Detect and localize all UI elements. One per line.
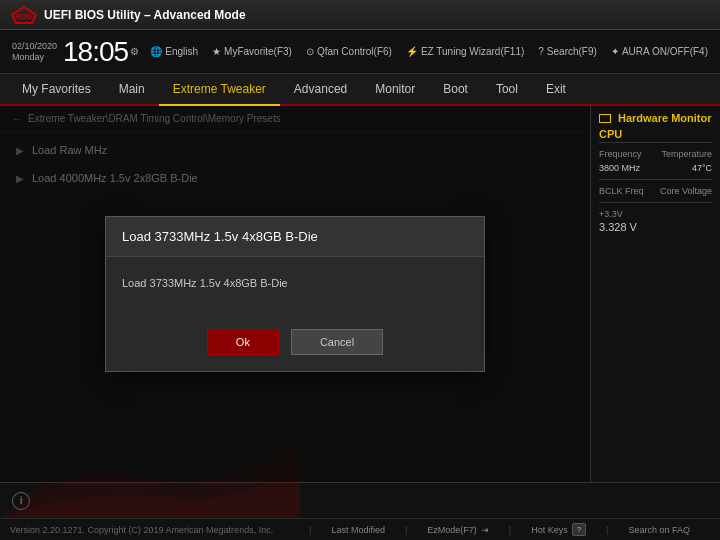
ezmode-icon: ⇥ — [481, 525, 489, 535]
nav-advanced[interactable]: Advanced — [280, 74, 361, 106]
last-modified-label: Last Modified — [331, 525, 385, 535]
search-faq-btn[interactable]: Search on FAQ — [628, 525, 690, 535]
language-selector[interactable]: 🌐 English — [150, 46, 198, 57]
bclk-core-labels-row: BCLK Freq Core Voltage — [599, 186, 712, 196]
time-display: 18:05 — [63, 38, 128, 66]
info-bar: i — [0, 482, 720, 518]
fan-icon: ⊙ — [306, 46, 314, 57]
language-label: English — [165, 46, 198, 57]
time-bar: 02/10/2020 Monday 18:05 ⚙ 🌐 English ★ My… — [0, 30, 720, 74]
star-icon: ★ — [212, 46, 221, 57]
hardware-monitor-panel: Hardware Monitor CPU Frequency Temperatu… — [590, 106, 720, 482]
main-nav: My Favorites Main Extreme Tweaker Advanc… — [0, 74, 720, 106]
frequency-value: 3800 MHz — [599, 163, 640, 173]
cpu-frequency-row: Frequency Temperature — [599, 149, 712, 159]
core-voltage-label: Core Voltage — [660, 186, 712, 196]
aura-btn[interactable]: ✦ AURA ON/OFF(F4) — [611, 46, 708, 57]
dialog-overlay: Load 3733MHz 1.5v 4x8GB B-Die Load 3733M… — [0, 106, 590, 482]
logo-area: ROG UEFI BIOS Utility – Advanced Mode — [10, 5, 246, 25]
search-icon: ? — [538, 46, 544, 57]
cpu-section-title: CPU — [599, 128, 712, 143]
nav-boot[interactable]: Boot — [429, 74, 482, 106]
nav-my-favorites[interactable]: My Favorites — [8, 74, 105, 106]
sidebar-divider-1 — [599, 179, 712, 180]
wand-icon: ⚡ — [406, 46, 418, 57]
ezmode-btn[interactable]: EzMode(F7) ⇥ — [427, 525, 489, 535]
nav-extreme-tweaker[interactable]: Extreme Tweaker — [159, 74, 280, 106]
main-panel: ← Extreme Tweaker\DRAM Timing Control\Me… — [0, 106, 590, 482]
search-label: Search(F9) — [547, 46, 597, 57]
settings-icon[interactable]: ⚙ — [130, 46, 139, 57]
ezmode-label: EzMode(F7) — [427, 525, 477, 535]
day-text: Monday — [12, 52, 57, 63]
header-bar: ROG UEFI BIOS Utility – Advanced Mode — [0, 0, 720, 30]
aura-label: AURA ON/OFF(F4) — [622, 46, 708, 57]
hardware-monitor-title: Hardware Monitor — [599, 112, 712, 124]
header-title: UEFI BIOS Utility – Advanced Mode — [44, 8, 246, 22]
ez-tuning-btn[interactable]: ⚡ EZ Tuning Wizard(F11) — [406, 46, 524, 57]
dialog-title: Load 3733MHz 1.5v 4x8GB B-Die — [106, 217, 484, 257]
footer-copyright: Version 2.20.1271. Copyright (C) 2019 Am… — [0, 525, 273, 535]
ez-tuning-label: EZ Tuning Wizard(F11) — [421, 46, 524, 57]
temperature-value: 47°C — [692, 163, 712, 173]
my-favorite-label: MyFavorite(F3) — [224, 46, 292, 57]
dialog-body: Load 3733MHz 1.5v 4x8GB B-Die — [106, 257, 484, 317]
globe-icon: 🌐 — [150, 46, 162, 57]
nav-monitor[interactable]: Monitor — [361, 74, 429, 106]
hotkeys-btn[interactable]: Hot Keys ? — [531, 523, 586, 536]
voltage-33-value: 3.328 V — [599, 221, 712, 233]
temperature-label: Temperature — [661, 149, 712, 159]
svg-text:ROG: ROG — [16, 13, 33, 20]
nav-exit[interactable]: Exit — [532, 74, 580, 106]
cancel-button[interactable]: Cancel — [291, 329, 383, 355]
cpu-frequency-value-row: 3800 MHz 47°C — [599, 163, 712, 173]
hotkeys-label: Hot Keys — [531, 525, 568, 535]
footer: Version 2.20.1271. Copyright (C) 2019 Am… — [0, 518, 720, 540]
search-btn[interactable]: ? Search(F9) — [538, 46, 597, 57]
nav-tool[interactable]: Tool — [482, 74, 532, 106]
sidebar-divider-2 — [599, 202, 712, 203]
last-modified-btn[interactable]: Last Modified — [331, 525, 385, 535]
nav-main[interactable]: Main — [105, 74, 159, 106]
aura-icon: ✦ — [611, 46, 619, 57]
date-text: 02/10/2020 — [12, 41, 57, 52]
my-favorite-btn[interactable]: ★ MyFavorite(F3) — [212, 46, 292, 57]
dialog-buttons: Ok Cancel — [106, 317, 484, 371]
voltage-33-label: +3.3V — [599, 209, 712, 219]
info-button[interactable]: i — [12, 492, 30, 510]
monitor-icon — [599, 114, 611, 123]
dialog-box: Load 3733MHz 1.5v 4x8GB B-Die Load 3733M… — [105, 216, 485, 372]
date-block: 02/10/2020 Monday — [12, 41, 57, 63]
timebar-nav: 🌐 English ★ MyFavorite(F3) ⊙ Qfan Contro… — [150, 46, 708, 57]
frequency-label: Frequency — [599, 149, 642, 159]
bclk-label: BCLK Freq — [599, 186, 644, 196]
content-area: ← Extreme Tweaker\DRAM Timing Control\Me… — [0, 106, 720, 482]
search-faq-label: Search on FAQ — [628, 525, 690, 535]
hotkeys-key: ? — [572, 523, 586, 536]
qfan-label: Qfan Control(F6) — [317, 46, 392, 57]
qfan-btn[interactable]: ⊙ Qfan Control(F6) — [306, 46, 392, 57]
rog-logo: ROG — [10, 5, 38, 25]
ok-button[interactable]: Ok — [207, 329, 279, 355]
